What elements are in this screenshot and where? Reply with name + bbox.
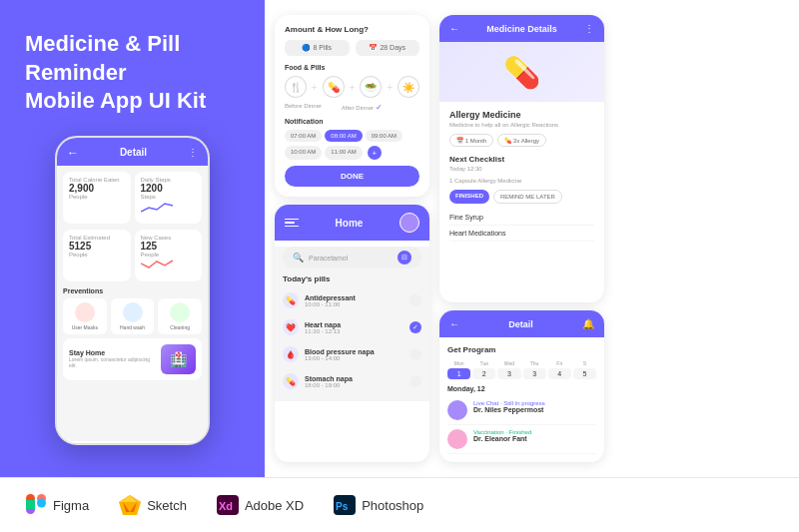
tool-xd: Xd Adobe XD bbox=[217, 494, 304, 516]
pill-item-heart-napa: ❤️ Heart napa 11:30 - 12:13 ✓ bbox=[275, 314, 429, 341]
pill-item-stomach: 💊 Stomach napa 18:00 - 19:00 bbox=[275, 368, 429, 395]
time-chip-0700[interactable]: 07:00 AM bbox=[285, 130, 322, 142]
doctor2-avatar bbox=[447, 429, 467, 449]
pill-name-antidepressant: Antidepressant bbox=[305, 294, 403, 301]
xd-label: Adobe XD bbox=[245, 498, 304, 513]
doctor1-avatar bbox=[447, 400, 467, 420]
search-icon: 🔍 bbox=[293, 253, 304, 263]
before-dinner-label: Before Dinner bbox=[285, 103, 322, 112]
detail-schedule-screen: ← Detail 🔔 Get Program Mon 1 Tue 2 bbox=[439, 310, 604, 462]
search-bar[interactable]: 🔍 Paracetamol ⊟ bbox=[283, 247, 421, 268]
cal-mon-label: Mon bbox=[447, 360, 470, 366]
middle-column: Amount & How Long? 🔵 8 Pills 📅 28 Days F… bbox=[275, 15, 429, 462]
time-chip-1000[interactable]: 10:00 AM bbox=[285, 146, 322, 160]
plus-separator3: + bbox=[387, 82, 393, 93]
xd-icon: Xd bbox=[217, 494, 239, 516]
remind-later-button[interactable]: REMIND ME LATER bbox=[493, 190, 562, 204]
stay-home-image: 🏥 bbox=[161, 344, 196, 374]
plus-separator2: + bbox=[350, 82, 356, 93]
time-chip-0900[interactable]: 09:00 AM bbox=[366, 130, 402, 142]
fork-icon: 🍴 bbox=[285, 76, 307, 98]
pill-count-input[interactable]: 🔵 8 Pills bbox=[285, 40, 350, 56]
pill-time-heart-napa: 11:30 - 12:13 bbox=[305, 328, 403, 334]
detail-back-icon[interactable]: ← bbox=[449, 318, 459, 329]
med-list-fine-syrup: Fine Syrup bbox=[449, 210, 594, 226]
stat-unit-calories: People bbox=[69, 194, 125, 200]
pill-icon-antidepressant: 💊 bbox=[283, 292, 299, 308]
svg-text:Ps: Ps bbox=[336, 501, 349, 512]
cal-sat-num[interactable]: 5 bbox=[573, 368, 596, 379]
time-chip-1100[interactable]: 11:00 AM bbox=[325, 146, 362, 160]
prevention-label-handwash: Hand wash bbox=[115, 324, 151, 330]
schedule-item-vaccination: Vaccination · Finished Dr. Eleanor Fant bbox=[447, 425, 596, 454]
cal-tue-num[interactable]: 2 bbox=[472, 368, 495, 379]
check-blood-pressure[interactable] bbox=[409, 348, 421, 360]
main-title: Medicine & Pill ReminderMobile App UI Ki… bbox=[25, 30, 240, 116]
checklist-time: Today 12:30 bbox=[449, 166, 594, 172]
check-antidepressant[interactable] bbox=[409, 294, 421, 306]
tool-figma: Figma bbox=[25, 494, 89, 516]
pill-time-antidepressant: 10:00 - 11:00 bbox=[305, 301, 403, 307]
schedule-item-livechat: Live Chat · Still In progress Dr. Niles … bbox=[447, 396, 596, 425]
steps-graph-icon bbox=[141, 200, 176, 215]
medicine-tag-month: 📅 1 Month bbox=[449, 134, 493, 147]
detail-title: Detail bbox=[508, 319, 533, 329]
prevention-item-masks: User Masks bbox=[63, 298, 107, 334]
checklist-title: Next Checklist bbox=[449, 155, 594, 164]
add-time-button[interactable]: + bbox=[368, 146, 382, 160]
sketch-label: Sketch bbox=[147, 498, 187, 513]
time-chip-0800[interactable]: 08:00 AM bbox=[325, 130, 362, 142]
med-back-arrow-icon: ← bbox=[449, 23, 459, 34]
stat-value-new-cases: 125 bbox=[141, 241, 197, 252]
notification-title: Notification bbox=[285, 118, 419, 125]
med-details-header: ← Medicine Details ⋮ bbox=[439, 15, 604, 42]
cal-thu-label: Thu bbox=[523, 360, 546, 366]
sketch-icon bbox=[119, 494, 141, 516]
pill-name-heart-napa: Heart napa bbox=[305, 321, 403, 328]
medicine-name: Allergy Medicine bbox=[449, 110, 594, 120]
check-heart-napa[interactable]: ✓ bbox=[409, 321, 421, 333]
cases-graph-icon bbox=[141, 258, 176, 272]
pill-icon-heart-napa: ❤️ bbox=[283, 319, 299, 335]
pill-item-blood-pressure: 🩸 Blood pressure napa 13:00 - 14:00 bbox=[275, 341, 429, 368]
check-stomach[interactable] bbox=[409, 375, 421, 387]
cal-mon-num[interactable]: 1 bbox=[447, 368, 470, 379]
prevention-label-masks: User Masks bbox=[67, 324, 103, 330]
pill-item-antidepressant: 💊 Antidepressant 10:00 - 11:00 bbox=[275, 287, 429, 314]
home-header: Home bbox=[275, 205, 429, 241]
amount-screen: Amount & How Long? 🔵 8 Pills 📅 28 Days F… bbox=[275, 15, 429, 197]
duration-input[interactable]: 📅 28 Days bbox=[356, 40, 420, 56]
cal-wed-num[interactable]: 3 bbox=[497, 368, 520, 379]
filter-icon[interactable]: ⊟ bbox=[398, 251, 411, 265]
cal-thu-num[interactable]: 3 bbox=[523, 368, 546, 379]
pill-time-stomach: 18:00 - 19:00 bbox=[305, 382, 403, 388]
finished-button[interactable]: FINISHED bbox=[449, 190, 489, 204]
done-button[interactable]: DONE bbox=[285, 166, 419, 187]
user-avatar[interactable] bbox=[400, 213, 419, 233]
cal-sat-label: S bbox=[573, 360, 596, 366]
bell-icon[interactable]: 🔔 bbox=[582, 318, 594, 329]
right-panels: Amount & How Long? 🔵 8 Pills 📅 28 Days F… bbox=[265, 0, 799, 477]
home-title: Home bbox=[336, 218, 364, 229]
med-menu-icon[interactable]: ⋮ bbox=[584, 23, 594, 34]
cal-fri-num[interactable]: 4 bbox=[548, 368, 571, 379]
tool-photoshop: Ps Photoshop bbox=[334, 494, 423, 516]
stat-card-calories: Total Calorie Eaten 2,900 People bbox=[63, 172, 131, 224]
medicine-image-area: 💊 bbox=[439, 42, 604, 102]
amount-title: Amount & How Long? bbox=[285, 25, 419, 34]
cal-wed-label: Wed bbox=[497, 360, 520, 366]
stat-label-calories: Total Calorie Eaten bbox=[69, 177, 125, 183]
stay-home-title: Stay Home bbox=[69, 349, 157, 356]
stat-card-steps: Daily Steps 1200 Steps bbox=[135, 172, 203, 224]
menu-icon[interactable] bbox=[285, 219, 299, 228]
after-dinner-label: After Dinner ✓ bbox=[342, 103, 383, 112]
tool-sketch: Sketch bbox=[119, 494, 187, 516]
med-list-heart-meds: Heart Medications bbox=[449, 226, 594, 242]
monday-label: Monday, 12 bbox=[447, 385, 596, 392]
menu-dots-icon: ⋮ bbox=[188, 147, 198, 158]
stat-card-estimated: Total Estimated 5125 People bbox=[63, 230, 131, 281]
med-details-title: Medicine Details bbox=[486, 24, 557, 34]
prevention-label-cleaning: Cleaning bbox=[162, 324, 198, 330]
left-panel: Medicine & Pill ReminderMobile App UI Ki… bbox=[0, 0, 265, 477]
medicine-image: 💊 bbox=[503, 55, 540, 90]
